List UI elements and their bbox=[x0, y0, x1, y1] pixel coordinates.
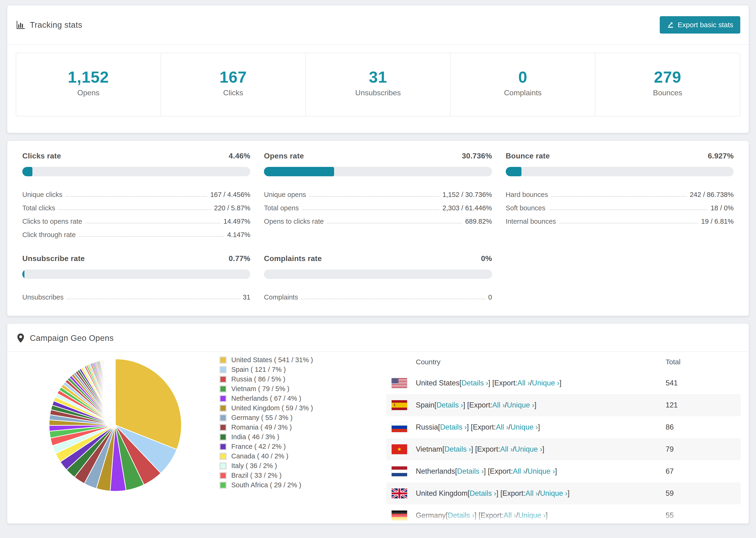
stat-label: Clicks bbox=[161, 88, 305, 97]
slash-separator: / bbox=[538, 489, 540, 498]
dotted-leader bbox=[67, 298, 240, 299]
export-all-link[interactable]: All › bbox=[496, 423, 508, 431]
geo-pie-chart[interactable] bbox=[15, 352, 220, 524]
legend-swatch bbox=[220, 356, 227, 364]
export-basic-stats-button[interactable]: Export basic stats bbox=[660, 16, 740, 33]
bracket: ] [Export: bbox=[496, 489, 525, 498]
legend-label: Canada ( 40 / 2% ) bbox=[231, 452, 288, 460]
rate-value: 4.46% bbox=[229, 152, 250, 160]
export-unique-link[interactable]: Unique › bbox=[515, 445, 542, 454]
rate-header: Clicks rate4.46% bbox=[22, 152, 250, 160]
legend-label: United States ( 541 / 31% ) bbox=[231, 356, 313, 364]
dotted-leader bbox=[549, 209, 707, 210]
pie-chart-svg[interactable] bbox=[45, 355, 186, 496]
legend-item[interactable]: France ( 42 / 2% ) bbox=[220, 442, 384, 452]
details-link[interactable]: Details › bbox=[448, 511, 474, 520]
legend-swatch bbox=[220, 482, 227, 489]
metric-label: Unique clicks bbox=[22, 191, 63, 198]
legend-item[interactable]: United States ( 541 / 31% ) bbox=[220, 355, 384, 365]
legend-item[interactable]: Spain ( 121 / 7% ) bbox=[220, 365, 384, 374]
details-link[interactable]: Details › bbox=[457, 467, 484, 476]
cell-total: 59 bbox=[666, 489, 741, 498]
export-all-link[interactable]: All › bbox=[500, 445, 513, 454]
rate-value: 30.736% bbox=[462, 152, 492, 160]
metric-row: Total opens2,303 / 61.446% bbox=[264, 198, 492, 212]
export-unique-link[interactable]: Unique › bbox=[507, 401, 534, 409]
legend-swatch bbox=[220, 453, 227, 460]
bracket: [ bbox=[468, 489, 470, 498]
dotted-leader bbox=[66, 196, 207, 197]
export-all-link[interactable]: All › bbox=[517, 379, 530, 387]
export-unique-link[interactable]: Unique › bbox=[540, 489, 567, 498]
map-pin-icon bbox=[16, 333, 26, 343]
slash-separator: / bbox=[509, 423, 511, 431]
cell-total: 541 bbox=[666, 379, 741, 387]
stat-value: 279 bbox=[595, 68, 740, 86]
progress-bar bbox=[264, 167, 492, 176]
pie-slice-other-83[interactable] bbox=[115, 359, 115, 425]
legend-item[interactable]: Germany ( 55 / 3% ) bbox=[220, 413, 384, 422]
dotted-leader bbox=[559, 223, 698, 224]
cell-country: United Kingdom [Details ›] [Export: All … bbox=[386, 488, 666, 499]
bracket: [ bbox=[438, 423, 440, 431]
country-name: United Kingdom bbox=[416, 489, 468, 498]
de-flag-icon bbox=[391, 510, 407, 521]
legend-item[interactable]: Vietnam ( 79 / 5% ) bbox=[220, 384, 384, 394]
progress-bar bbox=[264, 269, 492, 279]
legend-item[interactable]: Italy ( 36 / 2% ) bbox=[220, 461, 384, 471]
rate-value: 0% bbox=[481, 254, 492, 263]
legend-item[interactable]: Russia ( 86 / 5% ) bbox=[220, 374, 384, 384]
legend-label: Italy ( 36 / 2% ) bbox=[231, 462, 277, 470]
legend-swatch bbox=[220, 443, 227, 450]
details-link[interactable]: Details › bbox=[445, 445, 471, 454]
bracket: ] [Export: bbox=[488, 379, 517, 387]
country-name: Spain bbox=[416, 401, 434, 409]
legend-item[interactable]: Netherlands ( 67 / 4% ) bbox=[220, 394, 384, 403]
export-unique-link[interactable]: Unique › bbox=[527, 467, 555, 476]
export-all-link[interactable]: All › bbox=[525, 489, 538, 498]
metric-label: Clicks to opens rate bbox=[22, 218, 82, 225]
rates-card: Clicks rate4.46%Unique clicks167 / 4.456… bbox=[7, 140, 749, 316]
export-unique-link[interactable]: Unique › bbox=[518, 511, 546, 520]
export-unique-link[interactable]: Unique › bbox=[532, 379, 560, 387]
details-link[interactable]: Details › bbox=[469, 489, 496, 498]
export-all-link[interactable]: All › bbox=[504, 511, 516, 520]
metric-row: Total clicks220 / 5.87% bbox=[22, 198, 250, 212]
dotted-leader bbox=[301, 298, 485, 299]
rate-value: 6.927% bbox=[708, 152, 734, 160]
legend-label: India ( 46 / 3% ) bbox=[231, 433, 279, 441]
details-link[interactable]: Details › bbox=[461, 379, 488, 387]
rate-header: Unsubscribe rate0.77% bbox=[22, 254, 250, 263]
export-all-link[interactable]: All › bbox=[513, 467, 525, 476]
bracket: ] [Export: bbox=[474, 511, 504, 520]
rate-metrics: Unsubscribes31 bbox=[22, 288, 250, 301]
cell-total: 55 bbox=[666, 511, 741, 520]
legend-item[interactable]: India ( 46 / 3% ) bbox=[220, 432, 384, 442]
table-row: Spain [Details ›] [Export: All › / Uniqu… bbox=[386, 394, 741, 416]
dotted-leader bbox=[85, 223, 220, 224]
legend-label: Spain ( 121 / 7% ) bbox=[231, 366, 286, 373]
legend-label: France ( 42 / 2% ) bbox=[231, 443, 286, 451]
es-flag-icon bbox=[391, 400, 407, 410]
details-link[interactable]: Details › bbox=[440, 423, 467, 431]
details-link[interactable]: Details › bbox=[436, 401, 463, 409]
export-unique-link[interactable]: Unique › bbox=[511, 423, 538, 431]
legend-item[interactable]: Romania ( 49 / 3% ) bbox=[220, 422, 384, 432]
rate-block-opens-rate: Opens rate30.736%Unique opens1,152 / 30.… bbox=[264, 152, 492, 239]
legend-swatch bbox=[220, 366, 227, 373]
legend-label: South Africa ( 29 / 2% ) bbox=[231, 481, 301, 489]
stat-label: Unsubscribes bbox=[306, 88, 450, 97]
progress-bar bbox=[22, 269, 250, 279]
legend-item[interactable]: Brazil ( 33 / 2% ) bbox=[220, 471, 384, 480]
metric-row: Internal bounces19 / 6.81% bbox=[506, 212, 734, 225]
rate-metrics: Complaints0 bbox=[264, 288, 492, 301]
metric-label: Total clicks bbox=[22, 204, 55, 212]
bar-chart-icon bbox=[16, 20, 26, 30]
metric-value: 14.497% bbox=[224, 218, 250, 225]
rates-grid: Clicks rate4.46%Unique clicks167 / 4.456… bbox=[7, 141, 749, 316]
export-all-link[interactable]: All › bbox=[492, 401, 505, 409]
legend-item[interactable]: South Africa ( 29 / 2% ) bbox=[220, 480, 384, 490]
legend-item[interactable]: United Kingdom ( 59 / 3% ) bbox=[220, 403, 384, 413]
legend-item[interactable]: Canada ( 40 / 2% ) bbox=[220, 452, 384, 461]
bracket: [ bbox=[455, 467, 457, 476]
